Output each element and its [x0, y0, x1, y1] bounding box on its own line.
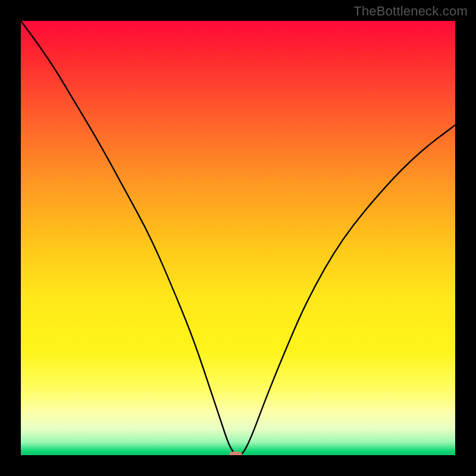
optimal-point-marker	[229, 452, 242, 455]
chart-plot-area	[21, 21, 455, 455]
bottleneck-curve	[21, 21, 455, 455]
watermark-text: TheBottleneck.com	[353, 4, 468, 19]
